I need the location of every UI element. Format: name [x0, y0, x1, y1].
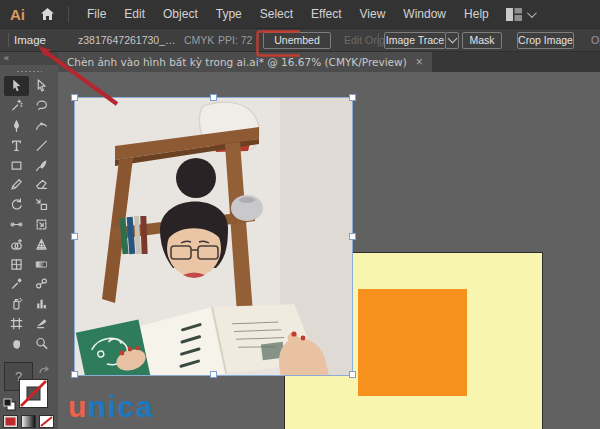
chevron-down-icon [527, 8, 537, 18]
menu-help[interactable]: Help [455, 0, 498, 28]
unica-logo-nica: nica [88, 390, 154, 423]
tool-selection[interactable] [4, 76, 29, 96]
ppi-label: PPI: 72 [218, 29, 252, 51]
illustrator-logo[interactable]: Ai [10, 6, 25, 23]
stroke-color-swatch[interactable] [19, 379, 48, 408]
selection-handle-top-center[interactable] [210, 94, 217, 101]
tool-mesh[interactable] [4, 254, 29, 274]
tool-magic-wand[interactable] [4, 96, 29, 116]
tool-slice[interactable] [29, 314, 54, 334]
selection-handle-bottom-right[interactable] [349, 371, 356, 378]
tool-perspective-grid[interactable] [29, 234, 54, 254]
stroke-none-icon [19, 379, 48, 408]
selection-handle-bottom-left[interactable] [71, 371, 78, 378]
tool-eraser[interactable] [29, 175, 54, 195]
tools-panel-header[interactable]: « [0, 52, 58, 65]
menu-select[interactable]: Select [251, 0, 302, 28]
workspace-grid-icon [506, 8, 522, 21]
none-button[interactable] [39, 415, 54, 428]
unica-logo-u: u [68, 390, 88, 423]
home-icon[interactable] [40, 7, 55, 21]
menu-effect[interactable]: Effect [302, 0, 350, 28]
placed-photo[interactable] [75, 98, 352, 375]
tool-rotate[interactable] [4, 195, 29, 215]
orange-square-shape[interactable] [358, 289, 467, 396]
menu-object[interactable]: Object [154, 0, 207, 28]
menu-bar: Ai File Edit Object Type Select Effect V… [0, 0, 600, 28]
selection-handle-bottom-center[interactable] [210, 371, 217, 378]
selection-handle-top-left[interactable] [71, 94, 78, 101]
image-trace-button[interactable]: Image Trace [384, 32, 446, 49]
control-separator [8, 33, 9, 47]
control-bar: Image z3817647261730_3225a... CMYK PPI: … [0, 28, 600, 52]
selected-object-type-label: Image [14, 29, 46, 51]
workspace-switcher[interactable] [506, 8, 534, 21]
linked-filename[interactable]: z3817647261730_3225a... [78, 29, 178, 51]
menu-window[interactable]: Window [394, 0, 455, 28]
illustrator-window: Ai File Edit Object Type Select Effect V… [0, 0, 600, 429]
tool-scale[interactable] [29, 195, 54, 215]
photo-illustration [75, 98, 352, 375]
tool-column-graph[interactable] [29, 294, 54, 314]
opacity-label-clipped: Opacity [591, 29, 600, 51]
tool-pencil[interactable] [4, 175, 29, 195]
tool-hand[interactable] [4, 333, 29, 353]
default-fill-stroke-icon[interactable] [3, 397, 16, 415]
menu-file[interactable]: File [78, 0, 115, 28]
tool-eyedropper[interactable] [4, 274, 29, 294]
document-tab-bar: Chèn ảnh vào hình bất kỳ trong ai.ai* @ … [58, 52, 600, 72]
crop-image-button[interactable]: Crop Image [517, 32, 574, 49]
menu-type[interactable]: Type [207, 0, 251, 28]
tool-curvature[interactable] [29, 116, 54, 136]
tools-panel: « [0, 52, 58, 429]
unembed-button[interactable]: Unembed [263, 32, 331, 49]
tool-artboard[interactable] [4, 314, 29, 334]
document-title: Chèn ảnh vào hình bất kỳ trong ai.ai* @ … [67, 56, 407, 68]
selection-handle-top-right[interactable] [349, 94, 356, 101]
color-mode-label: CMYK [184, 29, 214, 51]
tool-line-segment[interactable] [29, 135, 54, 155]
tool-lasso[interactable] [29, 96, 54, 116]
swap-fill-stroke-icon[interactable] [37, 363, 51, 381]
tool-rectangle[interactable] [4, 155, 29, 175]
image-trace-dropdown-button[interactable] [445, 32, 459, 49]
tool-gradient[interactable] [29, 254, 54, 274]
tool-zoom[interactable] [29, 333, 54, 353]
chevron-down-icon [448, 34, 458, 44]
document-tab[interactable]: Chèn ảnh vào hình bất kỳ trong ai.ai* @ … [58, 52, 432, 72]
panel-drag-grip[interactable] [16, 70, 42, 74]
unica-watermark: unica [68, 390, 154, 424]
collapse-panel-icon[interactable]: « [4, 53, 9, 63]
tool-type[interactable] [4, 135, 29, 155]
tool-pen[interactable] [4, 116, 29, 136]
menu-edit[interactable]: Edit [115, 0, 154, 28]
tool-symbol-sprayer[interactable] [4, 294, 29, 314]
tool-paintbrush[interactable] [29, 155, 54, 175]
gradient-button[interactable] [21, 415, 36, 428]
mask-button[interactable]: Mask [462, 32, 502, 49]
close-tab-icon[interactable]: × [416, 55, 423, 69]
tool-blend[interactable] [29, 274, 54, 294]
tool-shape-builder[interactable] [4, 234, 29, 254]
color-button[interactable] [3, 415, 18, 428]
selection-handle-middle-left[interactable] [71, 233, 78, 240]
selection-handle-middle-right[interactable] [349, 233, 356, 240]
control-separator [378, 33, 379, 47]
tool-width[interactable] [4, 215, 29, 235]
tool-free-transform[interactable] [29, 215, 54, 235]
menu-view[interactable]: View [351, 0, 395, 28]
tool-direct-selection[interactable] [29, 76, 54, 96]
menu-separator [68, 6, 69, 22]
